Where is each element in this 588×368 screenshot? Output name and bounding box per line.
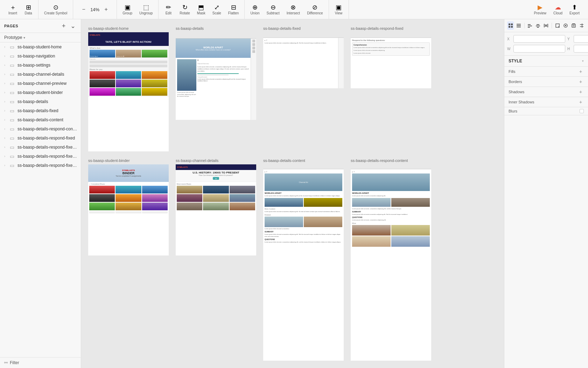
sidebar-item-details-fixed[interactable]: › ▭ ss-baasp-details-fixed xyxy=(0,106,81,115)
artboard-details-respond-content[interactable]: ss-baasp-details-respond-content ▸ Y WOR… xyxy=(351,158,431,361)
borders-add-button[interactable]: + xyxy=(578,79,584,85)
coord-y-label: Y xyxy=(567,37,572,41)
panel-tab-distribute[interactable] xyxy=(543,21,550,30)
fills-row: Fills + xyxy=(504,67,588,76)
zoom-out-button[interactable]: − xyxy=(80,6,87,13)
borders-section: Borders + xyxy=(504,77,588,87)
intersect-button[interactable]: ⊗ Intersect xyxy=(284,2,303,17)
sidebar-item-details-respond-content[interactable]: › ▭ ss-baasp-details-respond-content xyxy=(0,124,81,134)
sidebar-item-details-respond-fixed-3[interactable]: › ▭ ss-baasp-details-respond-fixed-3 xyxy=(0,152,81,161)
chevron-icon: › xyxy=(4,145,8,149)
canvas[interactable]: ss-baasp-student-home SYNBLASTS TATE, LE… xyxy=(81,19,504,368)
difference-label: Difference xyxy=(307,11,323,15)
artboard-details-content[interactable]: ss-baasp-details-content ▸ Y Channel Art… xyxy=(263,158,344,361)
artboard-name-student-home: ss-baasp-student-home xyxy=(88,26,169,30)
filter-button[interactable]: ⚯ Filter xyxy=(0,357,81,368)
delete-icon xyxy=(571,23,576,28)
panel-tab-style[interactable] xyxy=(507,21,514,30)
ungroup-icon: ⬚ xyxy=(143,4,149,11)
zoom-in-button[interactable]: + xyxy=(103,6,110,13)
sidebar-item-details-respond-fixed[interactable]: › ▭ ss-baasp-details-respond-fixed xyxy=(0,134,81,143)
artboard-box-student-home: SYNBLASTS TATE, LET'S BLAST INTO ACTION!… xyxy=(88,32,169,151)
item-label: ss-baasp-channel-preview xyxy=(18,81,78,86)
add-page-button[interactable]: + xyxy=(60,22,68,30)
sidebar-item-navigation[interactable]: › ▭ ss-baasp-navigation xyxy=(0,52,81,61)
artboard-box-student-binder: SYNBLASTS BINDER You've completed 0 assi… xyxy=(88,164,169,255)
difference-button[interactable]: ⊘ Difference xyxy=(304,2,326,17)
panel-tab-list[interactable] xyxy=(515,21,522,30)
rotate-button[interactable]: ↻ Rotate xyxy=(177,2,192,17)
artboard-details-respond-fixed[interactable]: ss-baasp-details-respond-fixed Respond t… xyxy=(351,26,431,88)
preview-button[interactable]: ▶ Preview xyxy=(531,2,549,17)
page-icon: ▭ xyxy=(10,117,15,123)
flatten-icon: ⊟ xyxy=(231,4,236,11)
export-button[interactable]: ⬆ Export xyxy=(567,2,582,17)
coord-x-field: X xyxy=(507,35,565,43)
toolbar-section-group: ▣ Group ⬚ Ungroup xyxy=(117,0,159,19)
panel-tab-align-left[interactable] xyxy=(526,21,533,30)
panel-tab-resize[interactable] xyxy=(554,21,561,30)
page-icon: ▭ xyxy=(10,44,15,50)
scale-button[interactable]: ⤢ Scale xyxy=(210,2,224,17)
item-label: ss-baasp-student-home xyxy=(18,45,78,49)
sidebar-item-details-respond-fixed-2[interactable]: › ▭ ss-baasp-details-respond-fixed-2 xyxy=(0,143,81,152)
pages-title: PAGES xyxy=(4,24,18,28)
intersect-icon: ⊗ xyxy=(290,4,296,11)
page-icon: ▭ xyxy=(10,154,15,159)
panel-tab-more[interactable] xyxy=(579,21,585,30)
shadows-add-button[interactable]: + xyxy=(578,89,584,95)
panel-tab-align-center[interactable] xyxy=(535,21,541,30)
chevron-icon: › xyxy=(4,73,8,76)
page-icon: ▭ xyxy=(10,163,15,168)
align-left-icon xyxy=(527,23,532,28)
ungroup-button[interactable]: ⬚ Ungroup xyxy=(136,2,155,17)
sidebar-item-details[interactable]: › ▭ ss-baasp-details xyxy=(0,97,81,106)
inner-shadows-add-button[interactable]: + xyxy=(578,99,584,105)
svg-rect-14 xyxy=(547,24,548,27)
artboard-box-details-content: ▸ Y Channel Art WORLDS APART Lorem ipsum… xyxy=(263,164,344,361)
artboard-student-binder[interactable]: ss-baasp-student-binder SYNBLASTS BINDER… xyxy=(88,158,169,255)
item-label: ss-baasp-details-content xyxy=(18,117,78,122)
pages-menu-button[interactable]: ⌄ xyxy=(69,22,77,30)
flatten-button[interactable]: ⊟ Flatten xyxy=(225,2,242,17)
panel-tab-pin[interactable] xyxy=(562,21,569,30)
subtract-button[interactable]: ⊖ Subtract xyxy=(264,2,282,17)
prototype-selector[interactable]: Prototype ▾ xyxy=(0,33,81,42)
mask-icon: ⬒ xyxy=(198,4,204,11)
mask-button[interactable]: ⬒ Mask xyxy=(194,2,208,17)
sidebar-item-student-home[interactable]: › ▭ ss-baasp-student-home xyxy=(0,42,81,52)
panel-tab-delete[interactable] xyxy=(570,21,577,30)
sidebar-item-student-binder[interactable]: › ▭ ss-baasp-student-binder xyxy=(0,88,81,97)
cloud-button[interactable]: ☁ Cloud xyxy=(551,2,565,17)
svg-rect-11 xyxy=(536,26,540,26)
coord-h-input[interactable] xyxy=(574,45,588,53)
blurs-checkbox[interactable] xyxy=(580,109,584,113)
artboard-student-home[interactable]: ss-baasp-student-home SYNBLASTS TATE, LE… xyxy=(88,26,169,151)
page-icon: ▭ xyxy=(10,135,15,141)
group-button[interactable]: ▣ Group xyxy=(120,2,135,17)
artboard-details-fixed[interactable]: ss-baasp-details-fixed ▸ Y Lorem ipsum d… xyxy=(263,26,344,88)
create-symbol-button[interactable]: ⊙ Create Symbol xyxy=(41,2,70,17)
artboard-channel-details[interactable]: ss-baasp-channel-details SYNBLASTS U.S. … xyxy=(176,158,256,255)
rotate-icon: ↻ xyxy=(182,4,188,11)
shadows-label: Shadows xyxy=(509,90,524,94)
union-button[interactable]: ⊕ Union xyxy=(247,2,262,17)
coord-x-input[interactable] xyxy=(513,35,565,43)
svg-rect-4 xyxy=(517,24,521,25)
blurs-label: Blurs xyxy=(509,109,517,113)
coord-y-input[interactable] xyxy=(574,35,588,43)
data-button[interactable]: ⊞ Data xyxy=(21,2,35,17)
view-button[interactable]: ▣ View xyxy=(332,2,346,17)
sidebar-item-details-content[interactable]: › ▭ ss-baasp-details-content xyxy=(0,115,81,124)
artboard-details[interactable]: ss-baasp-details WORLDS APART What effec… xyxy=(176,26,256,120)
fills-add-button[interactable]: + xyxy=(578,68,584,75)
sidebar-item-channel-details[interactable]: › ▭ ss-baasp-channel-details xyxy=(0,70,81,79)
insert-button[interactable]: ＋ Insert xyxy=(6,2,20,17)
edit-button[interactable]: ✏ Edit xyxy=(161,2,175,17)
coord-w-input[interactable] xyxy=(513,45,565,53)
sidebar-item-settings[interactable]: › ▭ ss-baasp-settings xyxy=(0,61,81,70)
insert-icon: ＋ xyxy=(10,4,16,11)
sidebar-item-details-respond-fixed-4[interactable]: › ▭ ss-baasp-details-respond-fixed-4 xyxy=(0,161,81,170)
sidebar-item-channel-preview[interactable]: › ▭ ss-baasp-channel-preview xyxy=(0,79,81,88)
style-section-header[interactable]: STYLE ▾ xyxy=(504,56,588,66)
